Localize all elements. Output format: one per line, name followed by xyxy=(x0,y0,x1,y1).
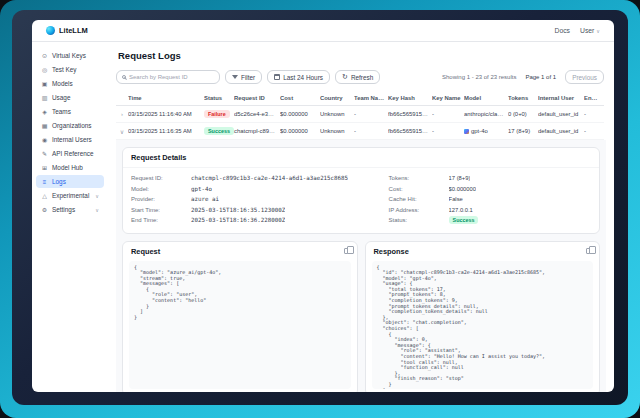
col-time: Time xyxy=(128,95,204,101)
sidebar-item-organizations[interactable]: ▦ Organizations xyxy=(36,119,104,132)
screenshot-stage: LiteLLM Docs User ∨ ⊙ Virtual Keys ◎ Tes… xyxy=(0,0,640,418)
logs-icon: ≡ xyxy=(41,179,48,185)
response-panel: Response { "id": "chatcmpl-c899c1b3-ca2e… xyxy=(365,241,601,393)
funnel-icon xyxy=(232,75,238,79)
sidebar: ⊙ Virtual Keys ◎ Test Key ▣ Models ▥ Usa… xyxy=(32,42,108,392)
cost-value: $0.000000 xyxy=(449,186,476,192)
litellm-logo-text: LiteLLM xyxy=(59,26,88,35)
provider-value: azure_ai xyxy=(191,196,219,202)
col-country: Country xyxy=(320,95,354,101)
col-team-name: Team Name xyxy=(354,95,388,101)
response-panel-title: Response xyxy=(374,247,409,256)
logs-toolbar: Filter Last 24 Hours ↻ Refresh Showing 1… xyxy=(116,70,604,84)
status-badge: Success xyxy=(449,216,479,224)
search-icon xyxy=(122,75,126,79)
sidebar-item-model-hub[interactable]: ⊞ Model Hub xyxy=(36,161,104,174)
litellm-logo-icon xyxy=(46,26,55,35)
teams-icon: ◈ xyxy=(41,108,48,115)
request-json: { "model": "azure_ai/gpt-4o", "stream": … xyxy=(129,261,351,389)
time-range-button[interactable]: Last 24 Hours xyxy=(267,70,330,84)
key-icon: ⊙ xyxy=(41,52,48,59)
sidebar-item-models[interactable]: ▣ Models xyxy=(36,77,104,90)
request-id-value: chatcmpl-c899c1b3-ca2e-4214-a6d1-a3ae215… xyxy=(191,175,348,181)
col-status: Status xyxy=(204,95,234,101)
collapse-row-icon[interactable]: ∨ xyxy=(116,128,128,135)
docs-link[interactable]: Docs xyxy=(554,27,570,34)
copy-icon[interactable] xyxy=(344,248,349,254)
page-title: Request Logs xyxy=(118,50,604,61)
user-menu[interactable]: User ∨ xyxy=(580,27,600,34)
request-logs-table: Time Status Request ID Cost Country Team… xyxy=(116,92,604,140)
sidebar-item-logs[interactable]: ≡ Logs xyxy=(36,175,104,188)
col-request-id: Request ID xyxy=(234,95,280,101)
calendar-icon xyxy=(274,74,280,80)
status-badge: Success xyxy=(204,127,234,135)
tokens-value: 17 (8+9) xyxy=(449,175,471,181)
litellm-app-window: LiteLLM Docs User ∨ ⊙ Virtual Keys ◎ Tes… xyxy=(32,20,614,392)
models-icon: ▣ xyxy=(41,80,48,87)
refresh-button[interactable]: ↻ Refresh xyxy=(335,70,380,84)
model-value: gpt-4o xyxy=(191,186,212,192)
col-internal-user: Internal User xyxy=(538,95,584,101)
filter-button[interactable]: Filter xyxy=(225,70,262,84)
request-panel-title: Request xyxy=(131,247,160,256)
page-indicator: Page 1 of 1 xyxy=(525,74,556,80)
top-navbar: LiteLLM Docs User ∨ xyxy=(32,20,614,42)
request-details-card: Request Details Request ID:chatcmpl-c899… xyxy=(122,147,600,234)
chevron-down-icon: ∨ xyxy=(596,28,600,34)
col-key-name: Key Name xyxy=(432,95,464,101)
api-reference-icon: ✎ xyxy=(41,150,48,157)
chevron-down-icon: ∨ xyxy=(95,193,99,199)
col-cost: Cost xyxy=(280,95,320,101)
cache-hit-value: False xyxy=(449,196,463,202)
sidebar-item-api-reference[interactable]: ✎ API Reference xyxy=(36,147,104,160)
sidebar-item-experimental[interactable]: △ Experimental ∨ xyxy=(36,189,104,202)
response-json: { "id": "chatcmpl-c899c1b3-ca2e-4214-a6d… xyxy=(372,261,594,389)
col-model: Model xyxy=(464,95,508,101)
results-count: Showing 1 - 23 of 23 results xyxy=(442,74,516,80)
sidebar-item-settings[interactable]: ⚙ Settings ∨ xyxy=(36,203,104,216)
sidebar-item-teams[interactable]: ◈ Teams xyxy=(36,105,104,118)
sidebar-item-internal-users[interactable]: ◉ Internal Users xyxy=(36,133,104,146)
table-row-expanded[interactable]: ∨ 03/15/2025 11:16:35 AM Success chatcmp… xyxy=(116,123,604,140)
litellm-logo[interactable]: LiteLLM xyxy=(46,26,88,35)
end-time-value: 2025-03-15T18:16:36.228000Z xyxy=(191,217,285,223)
details-left-column: Request ID:chatcmpl-c899c1b3-ca2e-4214-a… xyxy=(131,173,389,226)
main-content: Request Logs Filter Last 24 Hours xyxy=(108,42,614,392)
model-provider-icon xyxy=(464,129,469,134)
test-key-icon: ◎ xyxy=(41,66,48,73)
start-time-value: 2025-03-15T18:16:35.123000Z xyxy=(191,207,285,213)
col-end-user: End User xyxy=(584,95,604,101)
copy-icon[interactable] xyxy=(586,248,591,254)
request-id-search[interactable] xyxy=(116,70,220,84)
request-panel: Request { "model": "azure_ai/gpt-4o", "s… xyxy=(122,241,358,393)
previous-page-button[interactable]: Previous xyxy=(565,70,604,84)
refresh-icon: ↻ xyxy=(342,74,348,80)
sidebar-item-usage[interactable]: ▥ Usage xyxy=(36,91,104,104)
model-hub-icon: ⊞ xyxy=(41,164,48,171)
table-row[interactable]: › 03/15/2025 11:16:40 AM Failure d5c26ce… xyxy=(116,106,604,123)
request-details-title: Request Details xyxy=(123,148,599,168)
details-right-column: Tokens:17 (8+9) Cost:$0.000000 Cache Hit… xyxy=(389,173,591,226)
expanded-row-panel: Request Details Request ID:chatcmpl-c899… xyxy=(116,140,606,392)
usage-chart-icon: ▥ xyxy=(41,94,48,101)
col-tokens: Tokens xyxy=(508,95,538,101)
table-header-row: Time Status Request ID Cost Country Team… xyxy=(116,92,604,106)
experimental-flask-icon: △ xyxy=(41,192,48,199)
search-input[interactable] xyxy=(129,74,214,80)
organizations-icon: ▦ xyxy=(41,122,48,129)
ip-address-value: 127.0.0.1 xyxy=(449,207,473,213)
chevron-down-icon: ∨ xyxy=(95,207,99,213)
status-badge: Failure xyxy=(204,110,230,118)
sidebar-item-test-key[interactable]: ◎ Test Key xyxy=(36,63,104,76)
expand-row-icon[interactable]: › xyxy=(116,111,128,117)
settings-gear-icon: ⚙ xyxy=(41,206,48,213)
col-key-hash: Key Hash xyxy=(388,95,432,101)
users-icon: ◉ xyxy=(41,136,48,143)
sidebar-item-virtual-keys[interactable]: ⊙ Virtual Keys xyxy=(36,49,104,62)
